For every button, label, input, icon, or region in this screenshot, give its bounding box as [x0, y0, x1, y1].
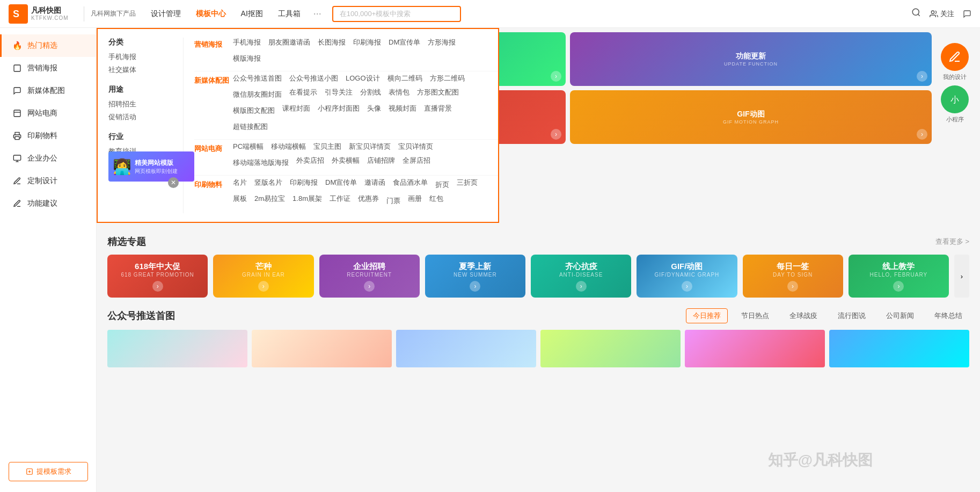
tag-friends-cover[interactable]: 微信朋友圈封面	[233, 90, 282, 99]
tag-wechat-first[interactable]: 公众号推送首图	[233, 74, 282, 83]
tag-horizontal-qr[interactable]: 横向二维码	[387, 74, 422, 83]
tag-ticket[interactable]: 门票	[386, 196, 400, 206]
tag-invite[interactable]: 邀请函	[364, 178, 385, 190]
sidebar-item-custom[interactable]: 定制设计	[0, 170, 96, 192]
classify-mobile[interactable]: 手机海报	[108, 50, 174, 63]
miniprogram-quick[interactable]: 小 小程序	[941, 85, 969, 124]
tab-holiday[interactable]: 节日热点	[734, 308, 776, 323]
featured-more[interactable]: 查看更多 >	[935, 237, 969, 247]
tag-dm2[interactable]: DM宣传单	[325, 178, 357, 190]
follow-btn[interactable]: 关注	[930, 9, 954, 19]
topic-summer[interactable]: 夏季上新 NEW SUMMER ›	[425, 255, 525, 298]
topic-mangzhong[interactable]: 芒种 GRAIN IN EAR ›	[213, 255, 313, 298]
tag-product-detail[interactable]: 宝贝详情页	[398, 142, 433, 151]
tag-mobile-banner[interactable]: 移动端横幅	[271, 142, 306, 151]
tag-landscape-img[interactable]: 横版图文配图	[233, 106, 275, 115]
tag-long-poster[interactable]: 长图海报	[318, 38, 346, 47]
tab-pandemic[interactable]: 全球战疫	[782, 308, 824, 323]
topic-gif[interactable]: GIF/动图 GIF/DYNAMIC GRAPH ›	[637, 255, 737, 298]
classify-social[interactable]: 社交媒体	[108, 63, 174, 76]
sidebar-item-newmedia[interactable]: 新媒体配图	[0, 79, 96, 102]
tag-divider-line[interactable]: 分割线	[360, 88, 381, 99]
thumb-3[interactable]	[396, 330, 536, 367]
tag-wechat-small[interactable]: 公众号推送小图	[289, 74, 338, 83]
dropdown-ad[interactable]: 👩‍💻 精美网站模版 网页模板即刻创建	[108, 151, 194, 182]
tab-today[interactable]: 今日推荐	[686, 308, 728, 323]
nav-ai[interactable]: AI抠图	[235, 6, 269, 22]
nav-design[interactable]: 设计管理	[144, 6, 187, 22]
search-box[interactable]: 在100,000+模板中搜索	[332, 6, 461, 22]
sidebar-item-ecom[interactable]: 网站电商	[0, 102, 96, 125]
tab-company[interactable]: 公司新闻	[879, 308, 921, 323]
tag-food-menu[interactable]: 食品酒水单	[393, 178, 428, 190]
tag-square-img[interactable]: 方形图文配图	[417, 88, 459, 99]
tag-emoji[interactable]: 表情包	[389, 88, 409, 99]
tag-landscape-poster[interactable]: 横版海报	[233, 54, 261, 63]
tab-trending[interactable]: 流行图说	[831, 308, 873, 323]
tab-yearend[interactable]: 年终总结	[927, 308, 969, 323]
tag-follow[interactable]: 引导关注	[325, 88, 353, 99]
tag-avatar[interactable]: 头像	[367, 104, 381, 115]
topic-online[interactable]: 线上教学 HELLO, FEBRUARY ›	[849, 255, 949, 298]
tag-shop-sign[interactable]: 店铺招牌	[367, 156, 395, 168]
thumb-2[interactable]	[252, 330, 392, 367]
tag-dm[interactable]: DM宣传单	[389, 38, 420, 47]
tag-red-envelope[interactable]: 红包	[429, 194, 443, 206]
tag-square-poster[interactable]: 方形海报	[428, 38, 456, 47]
tag-delivery-sign[interactable]: 外卖店招	[296, 156, 324, 168]
request-template-btn[interactable]: 提模板需求	[9, 462, 88, 481]
tag-square-qr[interactable]: 方形二维码	[430, 74, 465, 83]
tag-banner-18[interactable]: 1.8m展架	[292, 194, 322, 206]
tag-print-poster[interactable]: 印刷海报	[353, 38, 381, 47]
tag-mobile-poster[interactable]: 手机海报	[233, 38, 261, 47]
my-design-icon[interactable]	[941, 43, 969, 71]
topic-daily[interactable]: 每日一签 DAY TO SIGN ›	[743, 255, 843, 298]
tag-work-id[interactable]: 工作证	[330, 194, 350, 206]
tag-miniprogram-cover[interactable]: 小程序封面图	[318, 104, 360, 115]
tag-print-poster2[interactable]: 印刷海报	[290, 178, 318, 190]
thumb-1[interactable]	[107, 330, 247, 367]
thumb-4[interactable]	[540, 330, 681, 367]
tag-product-main[interactable]: 宝贝主图	[313, 142, 341, 151]
thumb-5[interactable]	[685, 330, 825, 367]
banner-func[interactable]: 功能更新 UPDATE FUNCTION ›	[570, 32, 932, 86]
thumb-6[interactable]	[829, 330, 969, 367]
tag-friends-invite[interactable]: 朋友圈邀请函	[268, 38, 310, 47]
tag-hyperlink[interactable]: 超链接配图	[233, 122, 268, 132]
tag-delivery-banner[interactable]: 外卖横幅	[332, 156, 360, 168]
banner-gif[interactable]: GIF动图 GIF MOTION GRAPH ›	[570, 90, 932, 144]
miniprogram-icon[interactable]: 小	[941, 85, 969, 113]
tag-folded[interactable]: 折页	[435, 180, 449, 190]
purpose-recruit[interactable]: 招聘招生	[108, 98, 174, 111]
purpose-promo[interactable]: 促销活动	[108, 111, 174, 124]
tag-logo[interactable]: LOGO设计	[346, 74, 380, 83]
feedback-btn[interactable]	[963, 10, 971, 18]
tag-new-detail[interactable]: 新宝贝详情页	[349, 142, 391, 151]
tag-display-board[interactable]: 展板	[233, 194, 247, 206]
tag-watching[interactable]: 在看提示	[289, 88, 317, 99]
search-icon[interactable]	[911, 8, 921, 20]
tag-banner-2m[interactable]: 2m易拉宝	[254, 194, 285, 206]
topic-618[interactable]: 618年中大促 618 GREAT PROMOTION ›	[107, 255, 208, 298]
sidebar-item-marketing[interactable]: 营销海报	[0, 57, 96, 79]
sidebar-item-suggest[interactable]: 功能建议	[0, 192, 96, 215]
tag-album[interactable]: 画册	[408, 194, 422, 206]
sidebar-item-hot[interactable]: 🔥 热门精选	[0, 34, 96, 57]
tag-mobile-landing[interactable]: 移动端落地版海报	[233, 158, 289, 168]
tag-video-cover[interactable]: 视频封面	[389, 104, 416, 115]
sidebar-item-print[interactable]: 印刷物料	[0, 125, 96, 147]
topic-antidisease[interactable]: 齐心抗疫 ANTI-DISEASE ›	[531, 255, 631, 298]
logo-area[interactable]: S 凡科快图 KTFKW.COM	[9, 4, 69, 24]
tag-vertical-card[interactable]: 竖版名片	[254, 178, 282, 190]
nav-tools[interactable]: 工具箱	[272, 6, 307, 22]
tag-coupon[interactable]: 优惠券	[358, 194, 379, 206]
topics-next-btn[interactable]: ›	[954, 255, 969, 298]
nav-template[interactable]: 模板中心	[189, 6, 232, 22]
sidebar-item-office[interactable]: 企业办公	[0, 147, 96, 170]
tag-trifold[interactable]: 三折页	[457, 178, 478, 190]
nav-more[interactable]: ···	[309, 5, 326, 23]
tag-fullscreen-sign[interactable]: 全屏店招	[403, 156, 430, 168]
my-design-quick[interactable]: 我的设计	[941, 43, 969, 81]
tag-name-card[interactable]: 名片	[233, 178, 247, 190]
tag-course-cover[interactable]: 课程封面	[282, 104, 310, 115]
